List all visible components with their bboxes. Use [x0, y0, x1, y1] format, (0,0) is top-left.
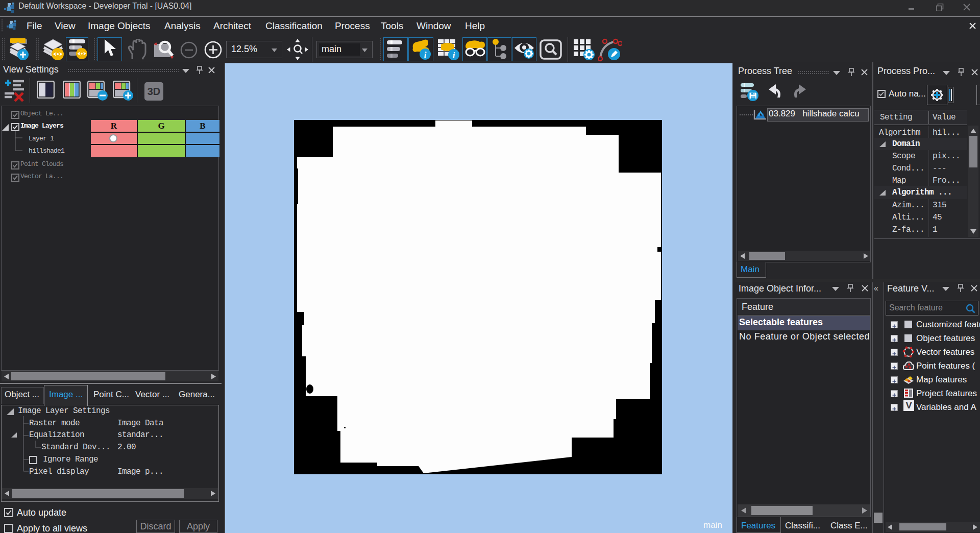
- svg-text:i: i: [424, 50, 427, 60]
- svg-text:i: i: [453, 51, 455, 60]
